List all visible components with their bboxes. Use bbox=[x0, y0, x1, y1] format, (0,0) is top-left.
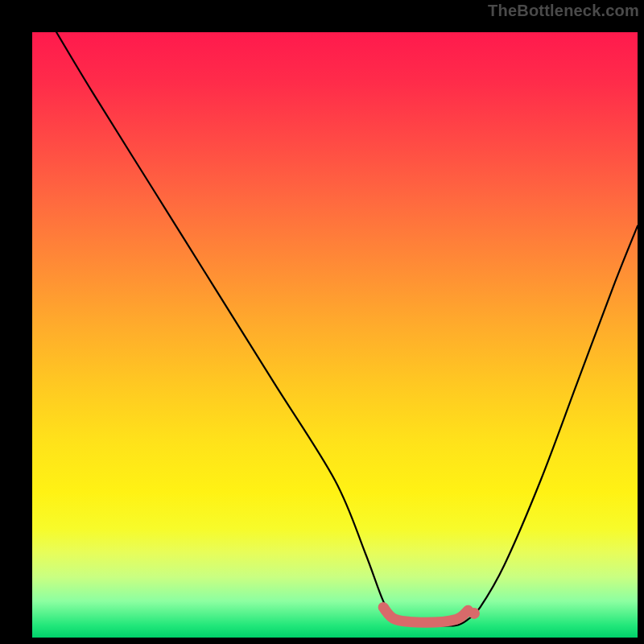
marker-dot bbox=[469, 608, 480, 619]
curve-path bbox=[56, 32, 638, 626]
chart-frame bbox=[13, 13, 631, 631]
plot-area bbox=[32, 32, 638, 638]
flat-region-highlight bbox=[383, 607, 468, 622]
watermark-text: TheBottleneck.com bbox=[488, 2, 639, 20]
bottleneck-curve bbox=[32, 32, 638, 638]
